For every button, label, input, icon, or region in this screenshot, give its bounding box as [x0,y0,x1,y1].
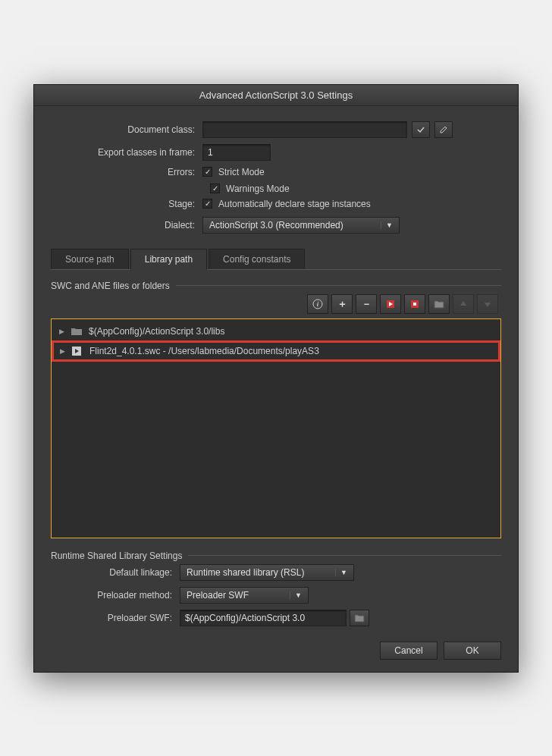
move-down-button [477,294,498,314]
list-item[interactable]: ▶ Flint2d_4.0.1.swc - /Users/labmedia/Do… [52,340,500,362]
move-up-button [453,294,474,314]
chevron-down-icon: ▼ [335,569,347,576]
tab-library-path[interactable]: Library path [130,249,207,270]
add-button[interactable]: ＋ [331,294,353,314]
preloader-swf-input[interactable] [180,610,347,626]
cancel-button[interactable]: Cancel [380,642,438,660]
dialect-select[interactable]: ActionScript 3.0 (Recommended) ▼ [202,217,400,234]
swc-section-header: SWC and ANE files or folders [51,281,170,291]
validate-button[interactable] [412,121,430,138]
tab-config-constants[interactable]: Config constants [209,249,305,269]
preloader-method-label: Preloader method: [51,590,180,601]
browse-preloader-button[interactable] [350,610,369,626]
expand-arrow-icon: ▶ [59,328,64,335]
document-class-input[interactable] [202,121,407,138]
strict-mode-label: Strict Mode [218,167,265,177]
folder-icon [71,327,83,336]
browse-folder-button[interactable] [428,294,450,314]
warnings-mode-checkbox[interactable]: ✓ [210,184,220,193]
divider [176,285,501,286]
svg-text:i: i [317,300,319,308]
dialog-content: Document class: Export classes in frame:… [34,106,518,672]
dialect-label: Dialect: [51,220,202,231]
warnings-mode-label: Warnings Mode [226,184,290,194]
tab-source-path[interactable]: Source path [51,249,129,269]
preloader-method-select[interactable]: Preloader SWF ▼ [180,587,309,604]
add-swc-button[interactable] [380,294,401,314]
errors-label: Errors: [51,167,202,177]
chevron-down-icon: ▼ [381,221,393,229]
document-class-label: Document class: [51,124,202,135]
default-linkage-label: Default linkage: [51,567,180,578]
export-frame-label: Export classes in frame: [51,147,202,158]
expand-arrow-icon: ▶ [60,347,65,355]
runtime-section-header: Runtime Shared Library Settings [51,551,182,561]
stage-label: Stage: [51,199,202,209]
settings-dialog: Advanced ActionScript 3.0 Settings Docum… [33,84,519,673]
window-title: Advanced ActionScript 3.0 Settings [34,85,518,106]
remove-button[interactable]: － [356,294,377,314]
chevron-down-icon: ▼ [290,591,302,599]
tabs: Source path Library path Config constant… [51,249,501,270]
svg-rect-4 [413,303,416,306]
auto-declare-label: Automatically declare stage instances [218,199,371,209]
strict-mode-checkbox[interactable]: ✓ [202,167,212,177]
divider [188,555,501,556]
swc-toolbar: i ＋ － [51,294,501,314]
default-linkage-value: Runtime shared library (RSL) [187,567,304,578]
default-linkage-select[interactable]: Runtime shared library (RSL) ▼ [180,564,354,581]
swc-file-list[interactable]: ▶ $(AppConfig)/ActionScript 3.0/libs ▶ F… [51,318,501,538]
export-frame-input[interactable] [202,144,271,161]
list-item-label: Flint2d_4.0.1.swc - /Users/labmedia/Docu… [89,346,319,356]
preloader-swf-label: Preloader SWF: [51,613,180,623]
dialect-value: ActionScript 3.0 (Recommended) [209,220,343,231]
auto-declare-checkbox[interactable]: ✓ [202,199,212,209]
info-button[interactable]: i [307,294,328,314]
preloader-method-value: Preloader SWF [187,590,249,601]
list-item[interactable]: ▶ $(AppConfig)/ActionScript 3.0/libs [55,324,497,339]
list-item-label: $(AppConfig)/ActionScript 3.0/libs [89,326,224,337]
swc-file-icon [71,346,83,356]
add-ane-button[interactable] [404,294,425,314]
ok-button[interactable]: OK [444,642,501,660]
edit-class-button[interactable] [434,121,453,138]
